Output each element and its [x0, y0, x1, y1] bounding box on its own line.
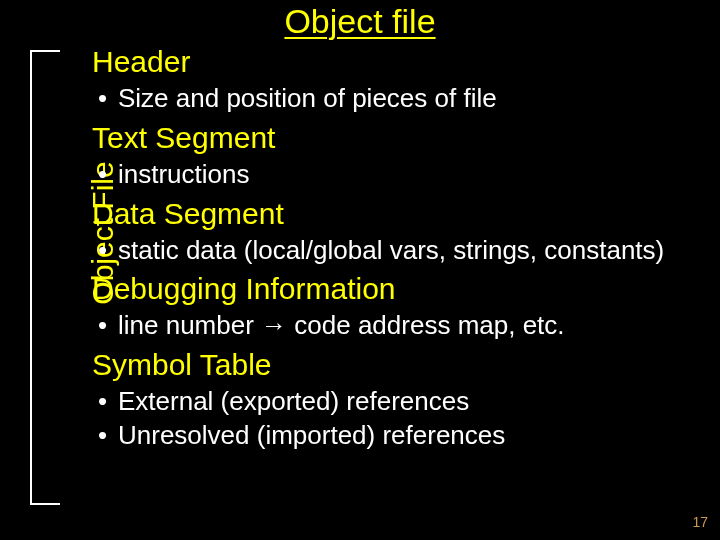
slide: Object file Object File Header Size and …: [0, 0, 720, 540]
bullet-list: line number → code address map, etc.: [92, 309, 702, 343]
bracket: Object File: [30, 50, 60, 505]
slide-title: Object file: [0, 2, 720, 41]
bullet-list: External (exported) references Unresolve…: [92, 385, 702, 453]
bullet-item: instructions: [92, 158, 702, 192]
section-heading-symbol-table: Symbol Table: [92, 347, 702, 383]
bullet-item: static data (local/global vars, strings,…: [92, 234, 702, 268]
bullet-item: External (exported) references: [92, 385, 702, 419]
section-heading-data-segment: Data Segment: [92, 196, 702, 232]
bullet-list: Size and position of pieces of file: [92, 82, 702, 116]
section-heading-text-segment: Text Segment: [92, 120, 702, 156]
section-heading-debugging: Debugging Information: [92, 271, 702, 307]
bullet-list: static data (local/global vars, strings,…: [92, 234, 702, 268]
bullet-list: instructions: [92, 158, 702, 192]
bullet-item: Unresolved (imported) references: [92, 419, 702, 453]
bullet-item: Size and position of pieces of file: [92, 82, 702, 116]
section-heading-header: Header: [92, 44, 702, 80]
bullet-item: line number → code address map, etc.: [92, 309, 702, 343]
content-area: Header Size and position of pieces of fi…: [92, 44, 702, 457]
page-number: 17: [692, 514, 708, 530]
